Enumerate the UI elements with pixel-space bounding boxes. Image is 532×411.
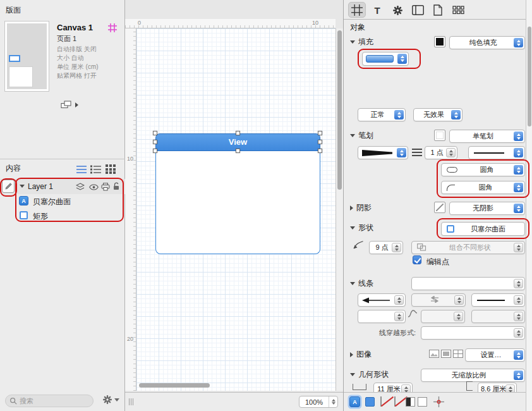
stroke-color-well[interactable]	[434, 130, 445, 141]
stencils-inspector-tab[interactable]	[451, 4, 465, 16]
effect-popup[interactable]: 无效果	[413, 108, 462, 121]
view-shape-body[interactable]	[155, 151, 320, 254]
line-end-popup[interactable]	[471, 293, 525, 307]
zoom-level: 100%	[299, 398, 329, 406]
layer-item-row[interactable]: A 贝塞尔曲面	[0, 194, 125, 209]
properties-inspector-tab[interactable]	[390, 4, 404, 16]
edit-points-checkbox[interactable]	[413, 255, 421, 264]
geometry-scale-popup[interactable]: 无缩放比例	[421, 369, 525, 382]
selection-handle[interactable]	[236, 131, 240, 135]
selection-handle[interactable]	[318, 140, 322, 144]
type-inspector-tab[interactable]: T	[370, 4, 384, 16]
image-stretch-icon[interactable]	[441, 350, 451, 360]
popup-stepper-icon	[514, 243, 523, 252]
line-curvature-popup[interactable]	[421, 310, 465, 323]
stroke-width-stepper[interactable]: 1 点	[425, 146, 457, 159]
fill-style-chip[interactable]	[365, 397, 375, 407]
line-start-arrow-popup[interactable]	[358, 293, 406, 307]
outline-view-icon[interactable]	[90, 165, 102, 176]
canvas-inspector-tab[interactable]	[411, 4, 425, 16]
stroke-position-icon[interactable]	[412, 148, 422, 159]
stroke-pattern-popup[interactable]	[468, 146, 525, 159]
list-view-icon[interactable]	[76, 165, 87, 176]
position-crosshair-icon[interactable]	[433, 396, 445, 410]
combine-shapes-popup[interactable]: 组合不同形状	[411, 241, 525, 254]
layer-disclosure-icon[interactable]	[20, 185, 25, 188]
search-field[interactable]	[5, 395, 94, 407]
object-inspector-tab[interactable]	[350, 4, 364, 16]
vertical-scrollbar-thumb[interactable]	[337, 30, 342, 190]
bezier-item-icon: A	[19, 196, 28, 206]
contrast-style-chip[interactable]	[406, 397, 415, 407]
combine-shapes-icon	[417, 243, 426, 252]
lines-section-header[interactable]: 线条	[350, 278, 373, 289]
layer-visibility-eye-icon[interactable]	[89, 183, 99, 192]
image-settings-popup[interactable]: 设置…	[465, 348, 525, 362]
search-input[interactable]	[20, 397, 89, 405]
fill-type-popup[interactable]: 纯色填充	[449, 36, 525, 49]
popup-stepper-icon	[394, 295, 404, 305]
sidebar-action-gear-button[interactable]	[102, 395, 119, 405]
layer-stack-icon[interactable]	[76, 183, 85, 193]
shadow-type-popup[interactable]: 无阴影	[449, 202, 525, 215]
stroke-section-header[interactable]: 笔划	[350, 130, 373, 141]
inspector-scrollbar-thumb[interactable]	[528, 27, 531, 126]
layer-print-icon[interactable]	[101, 183, 110, 193]
drag-grip-icon[interactable]	[129, 398, 135, 407]
thumbnail-shape-body	[9, 66, 33, 87]
disclosure-icon	[350, 352, 353, 357]
stepper-icon	[446, 148, 456, 157]
stroke-type-popup[interactable]: 单笔划	[449, 130, 525, 143]
layer-name[interactable]: Layer 1	[28, 182, 53, 191]
layers-disclosure-icon[interactable]	[75, 102, 78, 107]
selection-handle[interactable]	[236, 149, 240, 153]
corner-style-popup[interactable]: 圆角	[441, 163, 525, 176]
stroke-thickness-popup[interactable]	[358, 146, 408, 159]
fill-section-header[interactable]: 填充	[350, 37, 373, 47]
layer-lock-icon[interactable]	[112, 182, 120, 193]
canvas-layers-icon[interactable]	[61, 101, 72, 111]
selection-handle[interactable]	[153, 149, 157, 153]
blend-mode-popup[interactable]: 正常	[358, 108, 406, 121]
zoom-stepper[interactable]	[329, 396, 337, 407]
line-style-popup[interactable]	[358, 310, 406, 323]
shape-points-stepper[interactable]: 9 点	[369, 241, 403, 254]
layer-header-row[interactable]: Layer 1	[0, 179, 125, 194]
horizontal-scrollbar-thumb[interactable]	[139, 383, 210, 388]
image-natural-icon[interactable]	[429, 350, 439, 360]
selection-handle[interactable]	[318, 149, 322, 153]
shape-name-button[interactable]: 贝塞尔曲面	[441, 222, 525, 236]
corner-radius-popup[interactable]: 圆角	[441, 181, 525, 194]
layer-item-row[interactable]: 矩形	[0, 209, 125, 223]
text-style-chip[interactable]: A	[349, 396, 360, 407]
canvas-page-label: 页面 1	[57, 34, 76, 44]
zoom-control[interactable]: 100%	[299, 396, 338, 408]
selection-handle[interactable]	[153, 140, 157, 144]
document-inspector-tab[interactable]	[431, 4, 445, 16]
line-extra-popup[interactable]	[471, 310, 525, 323]
line-type-popup[interactable]	[411, 277, 525, 290]
grid-view-icon[interactable]	[106, 164, 118, 176]
image-tile-icon[interactable]	[453, 350, 463, 360]
line-swap-popup[interactable]	[411, 293, 466, 307]
fill-color-well[interactable]	[434, 36, 445, 47]
stroke-style-chip[interactable]	[380, 396, 382, 407]
canvas-thumbnail[interactable]	[4, 21, 49, 92]
geometry-section-header[interactable]: 几何形状	[350, 369, 389, 380]
disclosure-icon	[350, 282, 355, 285]
image-section-header[interactable]: 图像	[350, 349, 372, 360]
shadow-section-header[interactable]: 阴影	[350, 202, 372, 213]
fill-style-popup[interactable]	[362, 52, 409, 66]
edit-layer-pencil-button[interactable]	[2, 180, 15, 193]
shadow-style-chip[interactable]	[394, 396, 396, 407]
selection-handle[interactable]	[318, 131, 322, 135]
selection-handle[interactable]	[153, 131, 157, 135]
canvas-name[interactable]: Canvas 1	[57, 23, 93, 32]
fill-style-preview	[366, 55, 394, 63]
blank-style-chip[interactable]	[418, 397, 427, 407]
popup-stepper-icon	[514, 371, 523, 380]
line-crossing-popup[interactable]	[421, 326, 525, 340]
shadow-color-well[interactable]	[434, 202, 445, 213]
shape-section-header[interactable]: 形状	[350, 223, 373, 233]
popup-stepper-icon	[514, 350, 523, 360]
